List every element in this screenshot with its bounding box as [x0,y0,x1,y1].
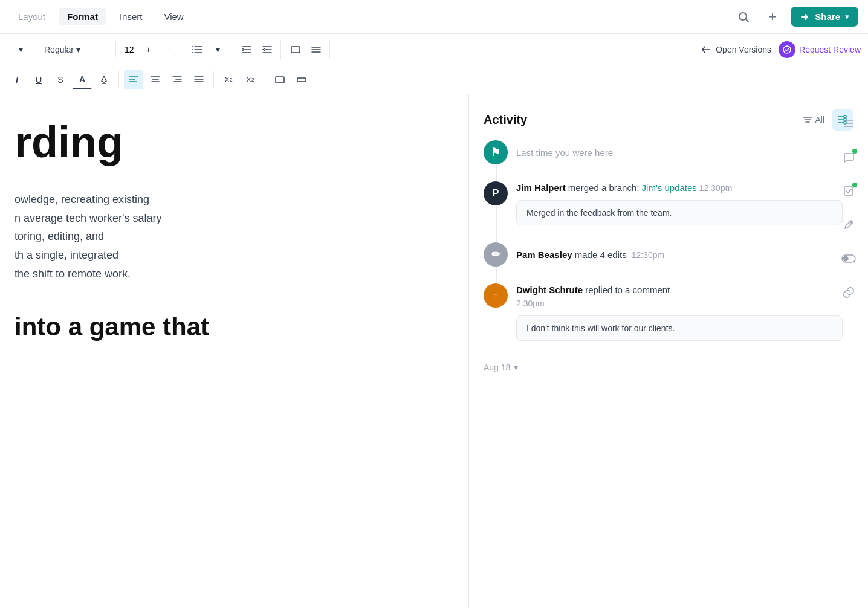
avatar-pam: ✏ [484,242,508,267]
align-center-button[interactable] [146,70,165,89]
date-label: Aug 18 [484,363,510,372]
underline-button[interactable]: U [29,70,48,89]
timeline-item-flag: ⚑ Last time you were here [484,140,868,164]
pam-author: Pam Beasley [516,250,572,260]
svg-line-1 [746,19,748,22]
block-style2-button[interactable] [292,70,311,89]
dwight-action: replied to a comment [583,285,670,295]
item-jim-content: Jim Halpert merged a branch: Jim's updat… [516,181,868,225]
jim-link[interactable]: Jim's updates [642,183,697,193]
activity-panel: Activity All ⚑ Last time you were here [469,94,868,608]
toolbar-group-list: ▾ [184,40,232,59]
font-size-increase[interactable]: + [139,40,158,59]
item-pam-text: Pam Beasley made 4 edits 12:30pm [516,242,863,262]
align-left-button[interactable] [124,70,143,89]
menu-bar: Layout Format Insert View + Share ▾ [0,0,868,34]
request-review-label: Request Review [799,45,861,54]
item-dwight-text: Dwight Schrute replied to a comment2:30p… [516,283,863,311]
svg-point-8 [192,52,193,53]
toolbar-right: Open Versions Request Review [701,41,861,58]
block-left[interactable] [286,40,305,59]
svg-rect-35 [297,78,306,82]
menu-item-insert[interactable]: Insert [111,8,151,25]
menu-item-format[interactable]: Format [59,8,106,25]
activity-title: Activity [484,113,795,127]
avatar-flag: ⚑ [484,140,508,164]
list-chevron[interactable]: ▾ [209,40,228,59]
timeline-item-jim: P Jim Halpert merged a branch: Jim's upd… [484,181,868,225]
strikethrough-button[interactable]: S [51,70,70,89]
pam-time: 12:30pm [632,250,664,260]
checkbox-icon[interactable] [839,181,858,201]
menu-item-layout[interactable]: Layout [10,8,54,25]
date-chevron-icon: ▾ [514,363,518,372]
toolbar-group-dropdown: ▾ [7,40,34,59]
subscript-button[interactable]: X2 [241,70,260,89]
doc-body-text: owledge, recreating existing n average t… [15,190,329,283]
jim-author: Jim Halpert [516,183,566,193]
doc-heading-partial: rding [15,118,449,166]
svg-line-49 [850,222,852,224]
dwight-author: Dwight Schrute [516,285,583,295]
avatar-jim: P [484,181,508,205]
toolbar-row2: I U S A X2 X2 [0,65,868,94]
svg-rect-48 [844,187,853,195]
edit-icon[interactable] [839,215,858,234]
toggle-icon[interactable] [839,249,858,268]
font-color-button[interactable]: A [73,70,92,89]
jim-action: merged a branch: [566,183,642,193]
item-pam-content: Pam Beasley made 4 edits 12:30pm [516,242,868,262]
doc-heading2: into a game that [15,312,449,342]
svg-point-6 [192,46,193,47]
pam-action: made 4 edits [572,250,629,260]
jim-note: Merged in the feedback from the team. [516,200,843,225]
superscript-button[interactable]: X2 [219,70,238,89]
toolbar-group-size: 12 + − [117,40,183,59]
lines-icon[interactable] [839,114,858,133]
search-button[interactable] [733,6,754,28]
svg-rect-15 [291,47,300,53]
date-section-aug18[interactable]: Aug 18 ▾ [469,358,868,377]
item-flag-content: Last time you were here [516,140,868,160]
font-chevron: ▾ [76,45,80,54]
menu-item-view[interactable]: View [155,8,192,25]
font-size-decrease[interactable]: − [160,40,179,59]
activity-header: Activity All [469,109,868,140]
activity-filter-all[interactable]: All [803,115,824,125]
item-dwight-content: Dwight Schrute replied to a comment2:30p… [516,283,868,341]
open-versions-button[interactable]: Open Versions [701,45,771,54]
chat-icon[interactable] [839,147,858,167]
timeline-item-pam: ✏ Pam Beasley made 4 edits 12:30pm [484,242,868,267]
indent-decrease[interactable] [257,40,277,59]
block-style1-button[interactable] [270,70,290,89]
toolbar-dropdown-arrow[interactable]: ▾ [11,40,30,59]
link-icon[interactable] [839,283,858,302]
align-right-button[interactable] [167,70,187,89]
align-justify-button[interactable] [189,70,209,89]
dwight-time: 2:30pm [516,299,545,308]
indent-increase[interactable] [237,40,256,59]
block-right[interactable] [306,40,326,59]
request-review-button[interactable]: Request Review [779,41,861,58]
open-versions-label: Open Versions [716,45,771,54]
activity-timeline: ⚑ Last time you were here P Jim Halpert … [469,140,868,358]
side-icons [834,109,868,307]
toolbar-group-font: Regular ▾ [36,42,116,57]
main-content: rding owledge, recreating existing n ave… [0,94,868,608]
menu-right: + Share ▾ [733,6,858,28]
share-chevron: ▾ [845,13,849,21]
dwight-note: I don't think this will work for our cli… [516,315,843,341]
highlight-button[interactable] [94,70,114,89]
toolbar-row1: ▾ Regular ▾ 12 + − ▾ [0,34,868,65]
svg-point-51 [843,256,848,261]
svg-point-7 [192,49,193,50]
toolbar-group-block [282,40,330,59]
share-button[interactable]: Share ▾ [791,7,858,27]
italic-button[interactable]: I [7,70,27,89]
add-button[interactable]: + [762,6,783,28]
document-area[interactable]: rding owledge, recreating existing n ave… [0,94,469,608]
avatar-dwight: ≡ [484,283,508,308]
toolbar-group-indent [233,40,281,59]
list-button[interactable] [188,40,207,59]
font-family-select[interactable]: Regular ▾ [39,42,112,57]
